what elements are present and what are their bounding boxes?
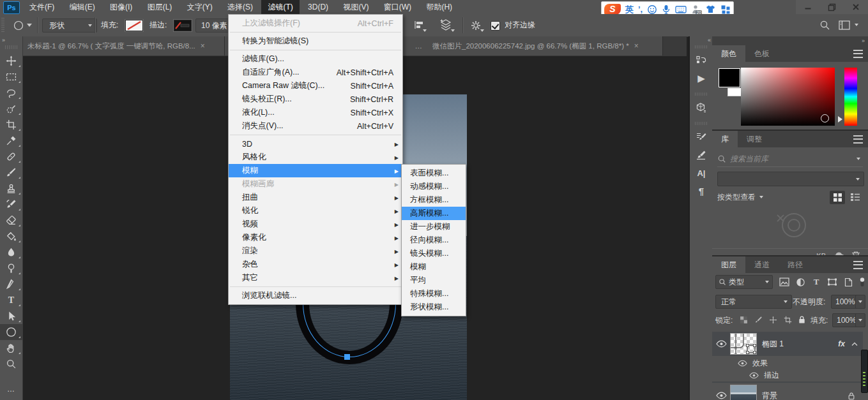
tab-libraries[interactable]: 库 (712, 131, 738, 147)
blend-mode-select[interactable]: 正常 (715, 295, 792, 309)
tab-color[interactable]: 颜色 (712, 45, 745, 62)
dock-grip[interactable] (695, 122, 708, 125)
tab-layers[interactable]: 图层 (712, 256, 745, 273)
ime-language-toggle[interactable]: 英 (625, 4, 634, 15)
character-panel-icon[interactable]: A| (690, 164, 713, 182)
submenu-item-average[interactable]: 平均 (402, 274, 466, 287)
submenu-item-lens-blur[interactable]: 镜头模糊... (402, 247, 466, 260)
brush-settings-panel-icon[interactable] (690, 128, 713, 146)
filter-pixel-layers-icon[interactable] (779, 277, 790, 287)
document-tab-wechat-image[interactable]: 微信图片_20200606225742.jpg @ 66.7% (椭圆 1, R… (427, 36, 663, 56)
panel-menu-icon[interactable] (853, 135, 863, 144)
menu-item-3d[interactable]: 3D▶ (229, 137, 402, 151)
menu-item-convert-smart-filter[interactable]: 转换为智能滤镜(S) (229, 34, 402, 48)
document-tab-untitled[interactable]: 未标题-1 @ 66.7% ( 文字弧度 一键调节哈, RGB/8... × (22, 36, 225, 56)
tool-preset-ellipse-icon[interactable] (13, 20, 24, 31)
layer-name[interactable]: 椭圆 1 (762, 339, 784, 350)
submenu-item-motion-blur[interactable]: 动感模糊... (402, 180, 466, 193)
options-bar-grip[interactable] (1, 18, 4, 33)
clone-stamp-tool[interactable] (0, 181, 22, 196)
lasso-tool[interactable] (0, 85, 22, 101)
submenu-item-radial-blur[interactable]: 径向模糊... (402, 233, 466, 247)
layer-row-ellipse1[interactable]: 椭圆 1 fx (712, 332, 863, 356)
quick-selection-tool[interactable] (0, 101, 22, 117)
ime-wubi-badge-icon[interactable]: 20 (691, 4, 701, 15)
ime-toolbox-icon[interactable] (720, 4, 731, 15)
blur-tool[interactable] (0, 244, 22, 260)
layer-row-background[interactable]: 背景 (712, 383, 863, 400)
actions-panel-icon[interactable]: ▶ (690, 70, 713, 87)
filter-type-layers-icon[interactable]: T (811, 277, 822, 287)
type-tool[interactable]: T (0, 292, 22, 308)
lock-all-icon[interactable] (796, 314, 807, 325)
marquee-tool[interactable] (0, 69, 22, 85)
menu-window[interactable]: 窗口(W) (377, 0, 418, 14)
close-icon[interactable]: × (201, 41, 205, 50)
visibility-eye-icon[interactable] (738, 360, 747, 367)
crop-tool[interactable] (0, 117, 22, 133)
tab-adjustments[interactable]: 调整 (738, 131, 771, 147)
lock-transparency-icon[interactable] (738, 314, 749, 325)
filter-adjustment-layers-icon[interactable] (795, 277, 806, 287)
minimize-button[interactable] (796, 0, 820, 14)
menu-item-vanishing-point[interactable]: 消失点(V)...Alt+Ctrl+V (229, 119, 402, 133)
stroke-swatch[interactable] (174, 20, 192, 31)
stroke-effect-label[interactable]: 描边 (764, 370, 779, 381)
ime-skin-icon[interactable] (705, 4, 716, 14)
history-panel-icon[interactable] (690, 52, 713, 70)
menu-edit[interactable]: 编辑(E) (63, 0, 102, 14)
layer-thumbnail-background[interactable] (730, 385, 757, 400)
toolbar-grip[interactable] (5, 45, 17, 49)
layer-fx-badge[interactable]: fx (838, 339, 845, 348)
ime-voice-icon[interactable] (662, 4, 671, 15)
spot-healing-brush-tool[interactable] (0, 149, 22, 165)
panel-menu-icon[interactable] (853, 50, 863, 58)
visibility-eye-icon[interactable] (712, 340, 730, 348)
library-search-field[interactable]: 搜索当前库 (717, 151, 863, 167)
menu-item-stylize[interactable]: 风格化▶ (229, 151, 402, 164)
hand-tool[interactable] (0, 340, 22, 356)
menu-item-distort[interactable]: 扭曲▶ (229, 191, 402, 204)
layer-effects-row[interactable]: 效果 (738, 357, 863, 369)
filter-smart-objects-icon[interactable] (842, 277, 854, 287)
color-cursor[interactable] (821, 114, 829, 122)
submenu-item-blur-more[interactable]: 进一步模糊 (402, 220, 466, 233)
grid-view-button[interactable] (830, 191, 845, 204)
close-button[interactable] (844, 0, 868, 14)
tab-channels[interactable]: 通道 (745, 256, 779, 273)
visibility-eye-icon[interactable] (749, 372, 759, 379)
menu-item-pixelate[interactable]: 像素化▶ (229, 231, 402, 244)
move-tool[interactable] (0, 53, 22, 69)
library-select[interactable] (717, 172, 864, 186)
submenu-item-smart-blur[interactable]: 特殊模糊... (402, 287, 466, 300)
ime-emoji-icon[interactable] (647, 4, 657, 15)
submenu-item-shape-blur[interactable]: 形状模糊... (402, 300, 466, 314)
lock-artboard-icon[interactable] (782, 314, 793, 325)
menu-item-blur[interactable]: 模糊▶ (229, 164, 402, 177)
layer-filter-type-select[interactable]: 类型 (715, 275, 773, 289)
menu-item-camera-raw[interactable]: Camera Raw 滤镜(C)...Shift+Ctrl+A (229, 79, 402, 93)
gradient-tool[interactable] (0, 228, 22, 244)
panel-menu-icon[interactable] (853, 261, 863, 269)
layer-name[interactable]: 背景 (762, 390, 777, 400)
dodge-tool[interactable] (0, 260, 22, 276)
path-operations-icon[interactable] (439, 19, 452, 31)
menu-file[interactable]: 文件(F) (23, 0, 61, 14)
sogou-logo-icon[interactable]: S (604, 4, 621, 15)
chevron-down-icon[interactable] (759, 196, 763, 198)
ime-keyboard-icon[interactable] (675, 5, 687, 14)
list-view-button[interactable] (848, 191, 863, 204)
menu-type[interactable]: 文字(Y) (181, 0, 219, 14)
submenu-item-box-blur[interactable]: 方框模糊... (402, 193, 466, 207)
dock-grip[interactable] (695, 93, 708, 96)
collapse-effects-chevron[interactable] (851, 342, 858, 346)
history-brush-tool[interactable] (0, 196, 22, 212)
align-edges-checkbox[interactable] (491, 21, 500, 31)
ime-punctuation-icon[interactable]: ’, (638, 4, 643, 14)
tab-swatches[interactable]: 色板 (745, 45, 779, 62)
chevron-down-icon[interactable] (855, 24, 858, 26)
foreground-color-swatch[interactable] (719, 68, 740, 87)
edit-toolbar-button[interactable]: … (0, 381, 22, 397)
opacity-chevron[interactable] (855, 295, 865, 309)
shape-mode-select[interactable]: 形状 (42, 19, 97, 33)
